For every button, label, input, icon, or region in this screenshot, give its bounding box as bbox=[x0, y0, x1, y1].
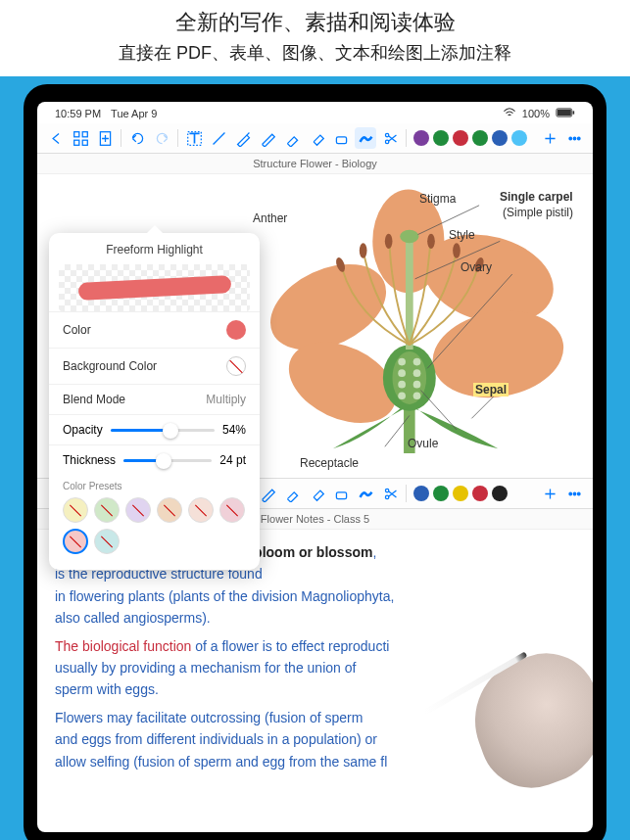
label-style: Style bbox=[449, 228, 475, 242]
stroke-preview bbox=[59, 264, 250, 311]
scissors-tool[interactable] bbox=[379, 127, 401, 149]
preset-purple[interactable] bbox=[125, 497, 151, 523]
pen-tool[interactable] bbox=[232, 127, 254, 149]
svg-rect-31 bbox=[406, 241, 413, 350]
preset-cyan[interactable] bbox=[94, 529, 120, 554]
redo-button[interactable] bbox=[151, 127, 172, 149]
svg-point-14 bbox=[577, 137, 580, 140]
undo-button[interactable] bbox=[126, 127, 148, 149]
svg-point-34 bbox=[360, 243, 367, 257]
svg-point-48 bbox=[568, 492, 571, 495]
blend-value[interactable]: Multiply bbox=[206, 393, 246, 406]
freeform-highlight-tool[interactable] bbox=[355, 127, 376, 149]
text-tool[interactable] bbox=[183, 127, 205, 149]
highlighter-tool[interactable] bbox=[281, 127, 303, 149]
color-green-2[interactable] bbox=[433, 486, 449, 501]
color-label: Color bbox=[63, 323, 91, 337]
pencil-tool[interactable] bbox=[257, 127, 278, 149]
preset-red-selected[interactable] bbox=[63, 529, 88, 554]
svg-point-11 bbox=[385, 140, 388, 143]
color-yellow-2[interactable] bbox=[453, 486, 468, 501]
preset-orange[interactable] bbox=[157, 497, 182, 523]
opacity-slider[interactable] bbox=[111, 429, 215, 432]
line-tool[interactable] bbox=[208, 127, 229, 149]
color-purple[interactable] bbox=[413, 130, 429, 146]
eraser2-tool[interactable] bbox=[330, 127, 352, 149]
svg-point-47 bbox=[385, 495, 388, 498]
pencil-tool-2[interactable] bbox=[257, 483, 278, 504]
presets-label: Color Presets bbox=[49, 475, 260, 493]
color-palette-2 bbox=[413, 486, 508, 501]
preset-green[interactable] bbox=[94, 497, 120, 523]
main-toolbar bbox=[37, 123, 593, 154]
drawing-canvas[interactable]: Freeform Highlight Color Background Colo… bbox=[37, 174, 593, 478]
add-button-2[interactable] bbox=[539, 483, 560, 504]
grid-icon[interactable] bbox=[70, 127, 91, 149]
color-blue[interactable] bbox=[492, 130, 508, 146]
svg-rect-4 bbox=[82, 131, 87, 136]
color-green[interactable] bbox=[433, 130, 449, 146]
eraser2-tool-2[interactable] bbox=[330, 483, 352, 504]
thickness-slider[interactable] bbox=[123, 459, 212, 462]
svg-point-46 bbox=[385, 489, 388, 491]
svg-rect-5 bbox=[73, 140, 78, 145]
color-presets bbox=[49, 493, 260, 562]
svg-point-23 bbox=[398, 358, 406, 366]
preset-peach[interactable] bbox=[188, 497, 214, 523]
battery-icon bbox=[556, 108, 575, 119]
svg-point-50 bbox=[577, 492, 580, 495]
battery-percent: 100% bbox=[522, 108, 550, 119]
status-date: Tue Apr 9 bbox=[111, 108, 157, 119]
color-cyan[interactable] bbox=[511, 130, 527, 146]
back-button[interactable] bbox=[45, 127, 67, 149]
document-title: Structure Flower - Biology bbox=[37, 154, 593, 174]
svg-rect-1 bbox=[557, 110, 571, 117]
svg-rect-2 bbox=[573, 111, 575, 114]
label-sepal: Sepal bbox=[473, 383, 509, 397]
highlight-settings-popup: Freeform Highlight Color Background Colo… bbox=[49, 233, 260, 570]
opacity-label: Opacity bbox=[63, 423, 103, 437]
label-single-carpel: Single carpel bbox=[500, 190, 573, 204]
marketing-title: 全新的写作、素描和阅读体验 bbox=[0, 8, 630, 37]
color-black-2[interactable] bbox=[492, 486, 508, 501]
svg-point-37 bbox=[453, 243, 460, 257]
bgcolor-swatch[interactable] bbox=[226, 356, 246, 376]
color-swatch[interactable] bbox=[226, 320, 246, 340]
svg-rect-6 bbox=[82, 140, 87, 145]
label-stigma: Stigma bbox=[419, 192, 456, 206]
more-button-2[interactable] bbox=[563, 483, 585, 504]
svg-point-28 bbox=[413, 381, 421, 389]
svg-rect-45 bbox=[336, 491, 346, 498]
bgcolor-label: Background Color bbox=[63, 359, 157, 373]
page-icon[interactable] bbox=[94, 127, 116, 149]
label-ovary: Ovary bbox=[460, 260, 492, 274]
preset-pink[interactable] bbox=[219, 497, 245, 523]
blend-label: Blend Mode bbox=[63, 393, 125, 406]
eraser-tool[interactable] bbox=[306, 127, 327, 149]
svg-point-27 bbox=[398, 381, 406, 389]
label-ovule: Ovule bbox=[408, 437, 438, 450]
marketing-subtitle: 直接在 PDF、表单、图像、文本和绘图上添加注释 bbox=[0, 41, 630, 65]
svg-point-10 bbox=[385, 133, 388, 136]
more-button[interactable] bbox=[563, 127, 585, 149]
color-blue-2[interactable] bbox=[413, 486, 429, 501]
freeform-tool-2[interactable] bbox=[355, 483, 376, 504]
svg-point-49 bbox=[573, 492, 576, 495]
svg-point-25 bbox=[398, 369, 406, 377]
status-time: 10:59 PM bbox=[55, 108, 101, 119]
color-green2[interactable] bbox=[472, 130, 488, 146]
color-red[interactable] bbox=[453, 130, 468, 146]
svg-point-29 bbox=[398, 392, 406, 399]
color-red-2[interactable] bbox=[472, 486, 488, 501]
ipad-device-frame: 10:59 PM Tue Apr 9 100% Structure Flower… bbox=[24, 84, 606, 840]
status-bar: 10:59 PM Tue Apr 9 100% bbox=[37, 102, 593, 123]
eraser-tool-2[interactable] bbox=[306, 483, 327, 504]
marketing-header: 全新的写作、素描和阅读体验 直接在 PDF、表单、图像、文本和绘图上添加注释 bbox=[0, 0, 630, 76]
highlighter-tool-2[interactable] bbox=[281, 483, 303, 504]
add-button[interactable] bbox=[539, 127, 560, 149]
svg-point-13 bbox=[573, 137, 576, 140]
flower-diagram: Stigma Single carpel (Simple pistil) Sty… bbox=[253, 184, 583, 468]
preset-yellow[interactable] bbox=[63, 497, 88, 523]
scissors-tool-2[interactable] bbox=[379, 483, 401, 504]
label-anther: Anther bbox=[253, 211, 287, 225]
